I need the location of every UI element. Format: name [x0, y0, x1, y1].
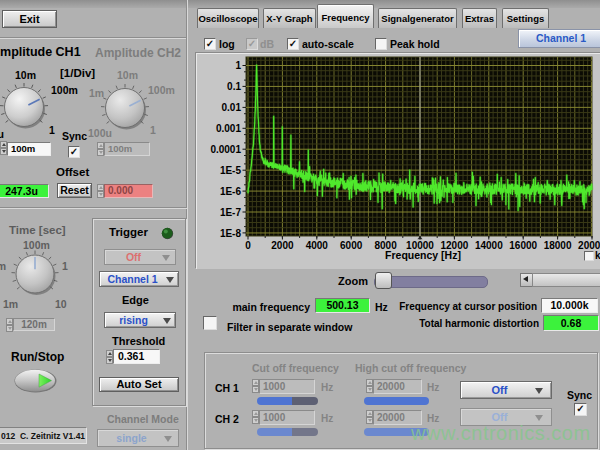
svg-text:1E-7: 1E-7 — [220, 207, 242, 218]
svg-text:0: 0 — [245, 240, 251, 251]
svg-text:16000: 16000 — [509, 240, 537, 251]
svg-text:0.0001: 0.0001 — [210, 144, 241, 155]
svg-text:0.001: 0.001 — [216, 123, 241, 134]
svg-text:1E-6: 1E-6 — [220, 186, 242, 197]
svg-text:Frequency [Hz]: Frequency [Hz] — [385, 249, 461, 261]
svg-text:1: 1 — [235, 60, 241, 71]
svg-text:2000: 2000 — [271, 240, 294, 251]
svg-text:20000: 20000 — [578, 240, 600, 251]
svg-text:14000: 14000 — [475, 240, 503, 251]
svg-text:18000: 18000 — [544, 240, 572, 251]
svg-text:6000: 6000 — [340, 240, 363, 251]
svg-text:4000: 4000 — [306, 240, 329, 251]
svg-text:0.1: 0.1 — [227, 81, 241, 92]
svg-text:1E-8: 1E-8 — [220, 228, 242, 239]
svg-text:0.01: 0.01 — [222, 102, 242, 113]
svg-text:1E-5: 1E-5 — [220, 165, 242, 176]
